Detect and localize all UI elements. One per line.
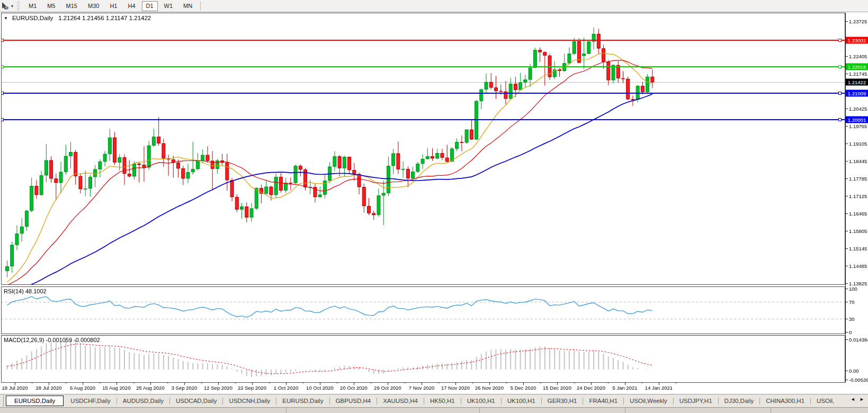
rsi-tick-label: 30 bbox=[849, 316, 855, 322]
mt4-window: ▾ M1M5M15M30H1H4D1W1MN ▼ EURUSD,Daily 1.… bbox=[0, 0, 868, 413]
chart-tab-14[interactable]: USDJPY,H1 bbox=[674, 396, 718, 406]
price-line-badge: 1.22016 bbox=[846, 63, 868, 70]
price-line-badge: 1.23002 bbox=[846, 37, 868, 44]
date-label: 26 Nov 2020 bbox=[475, 385, 504, 391]
price-line-badge: 1.21009 bbox=[846, 89, 868, 96]
price-tick-label: 1.21745 bbox=[849, 71, 867, 77]
status-separator bbox=[479, 408, 480, 413]
chart-tab-2[interactable]: AUDUSD,Daily bbox=[117, 396, 169, 406]
macd-tick-label: -0.005396 bbox=[849, 377, 868, 383]
tabs-scroll-right-button[interactable]: ► bbox=[860, 397, 864, 402]
one-click-trading-icon[interactable]: ▼ bbox=[4, 16, 8, 21]
date-label: 10 Oct 2020 bbox=[306, 385, 334, 391]
price-tick-label: 1.22405 bbox=[849, 53, 867, 59]
price-tick-label: 1.18445 bbox=[849, 158, 867, 164]
chart-tab-6[interactable]: GBPUSD,H4 bbox=[330, 396, 377, 406]
chart-symbol-period: EURUSD,Daily bbox=[12, 15, 53, 21]
chart-tab-0[interactable]: EURUSD,Daily bbox=[6, 396, 64, 406]
price-tick-label: 1.19105 bbox=[849, 141, 867, 147]
date-label: 18 Jul 2020 bbox=[2, 385, 28, 391]
date-label: 28 Jul 2020 bbox=[35, 385, 61, 391]
date-label: 1 Oct 2020 bbox=[274, 385, 298, 391]
date-label: 14 Jan 2021 bbox=[645, 385, 673, 391]
chart-tab-10[interactable]: UK100,H1 bbox=[502, 396, 541, 406]
chart-tab-5[interactable]: EURUSD,Daily bbox=[276, 396, 329, 406]
price-tick-label: 1.23725 bbox=[849, 19, 867, 24]
status-separator bbox=[771, 408, 771, 413]
date-label: 15 Dec 2020 bbox=[543, 385, 571, 391]
chart-tab-4[interactable]: USDCNH,Daily bbox=[223, 396, 276, 406]
price-tick-label: 1.14485 bbox=[849, 263, 867, 268]
date-label: 20 Oct 2020 bbox=[340, 385, 368, 391]
date-label: 7 Nov 2020 bbox=[409, 385, 435, 391]
chart-tab-8[interactable]: HK50,H1 bbox=[424, 396, 461, 406]
date-label: 15 Aug 2020 bbox=[102, 385, 130, 391]
status-separator bbox=[286, 408, 287, 413]
price-line-badge: 1.21422 bbox=[846, 79, 868, 86]
macd-indicator-label: MACD(12,26,9) -0.001059 -0.000802 bbox=[4, 337, 100, 343]
chart-tab-13[interactable]: USOil,Weekly bbox=[624, 396, 673, 406]
chart-tab-7[interactable]: XAUUSD,H4 bbox=[377, 396, 424, 406]
price-tick-label: 1.19765 bbox=[849, 123, 867, 129]
chart-tab-bar: EURUSD,DailyUSDCHF,DailyAUDUSD,DailyUSDC… bbox=[0, 394, 868, 407]
price-tick-label: 1.15805 bbox=[849, 228, 867, 234]
chart-tab-9[interactable]: UK100,H1 bbox=[461, 396, 501, 406]
price-tick-label: 1.17785 bbox=[849, 175, 867, 181]
date-label: 5 Dec 2020 bbox=[511, 385, 536, 391]
chart-tab-11[interactable]: GER30,H1 bbox=[542, 396, 583, 406]
price-line-badge: 1.20001 bbox=[846, 116, 868, 123]
date-label: 17 Nov 2020 bbox=[441, 385, 470, 391]
date-label: 29 Oct 2020 bbox=[374, 385, 401, 391]
price-tick-label: 1.16465 bbox=[849, 210, 867, 216]
chart-tab-1[interactable]: USDCHF,Daily bbox=[65, 396, 116, 406]
chart-tab-17[interactable]: USOil, bbox=[811, 396, 840, 406]
chart-title: ▼ EURUSD,Daily 1.21264 1.21456 1.21147 1… bbox=[4, 15, 151, 21]
price-tick-label: 1.15145 bbox=[849, 245, 867, 251]
chart-tab-3[interactable]: USDCAD,Daily bbox=[170, 396, 222, 406]
date-label: 6 Aug 2020 bbox=[70, 385, 95, 391]
chart-tab-16[interactable]: CHINA300,H1 bbox=[760, 396, 810, 406]
chart-tab-15[interactable]: DJ30,Daily bbox=[719, 396, 760, 406]
price-tick-label: 1.20425 bbox=[849, 106, 867, 112]
rsi-tick-label: 70 bbox=[849, 299, 855, 304]
rsi-tick-label: 100 bbox=[849, 286, 857, 292]
tabs-scroll-left-button[interactable]: ◄ bbox=[851, 397, 855, 402]
date-label: 5 Jan 2021 bbox=[612, 385, 637, 391]
date-label: 25 Aug 2020 bbox=[136, 385, 164, 391]
status-strip bbox=[0, 407, 868, 413]
chart-ohlc-values: 1.21264 1.21456 1.21147 1.21422 bbox=[58, 15, 151, 21]
price-tick-label: 1.17125 bbox=[849, 193, 867, 199]
date-label: 24 Dec 2020 bbox=[577, 385, 605, 391]
chart-tab-12[interactable]: FRA40,H1 bbox=[583, 396, 623, 406]
date-label: 3 Sep 2020 bbox=[172, 385, 198, 391]
chart-surface[interactable] bbox=[0, 0, 868, 394]
rsi-tick-label: 0 bbox=[849, 329, 852, 335]
rsi-indicator-label: RSI(14) 48.1002 bbox=[4, 288, 47, 294]
macd-tick-label: 0.00 bbox=[849, 368, 859, 374]
tab-stub bbox=[0, 395, 4, 407]
date-label: 22 Sep 2020 bbox=[238, 385, 266, 391]
status-separator bbox=[625, 408, 625, 413]
macd-tick-label: 0.014384 bbox=[849, 337, 868, 343]
date-label: 12 Sep 2020 bbox=[204, 385, 232, 391]
